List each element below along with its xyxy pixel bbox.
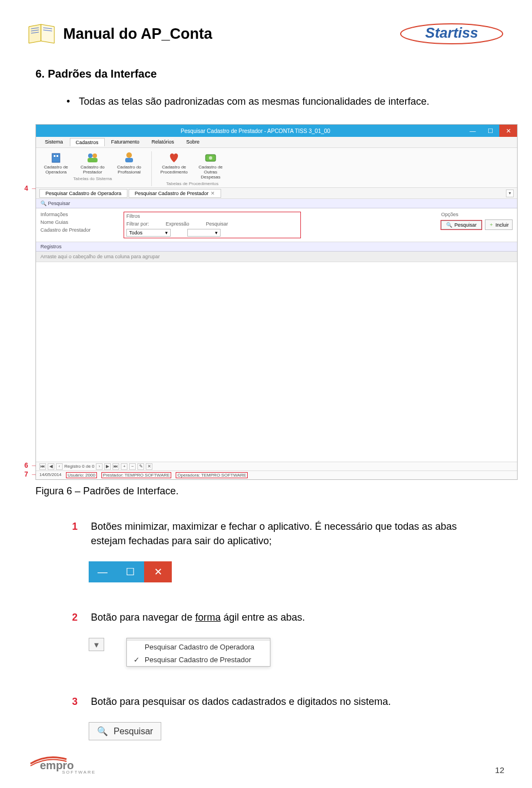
tempro-logo: empro SOFTWARE [28, 753, 111, 775]
pager-prevpage-button[interactable]: ‹ [56, 463, 63, 470]
status-bar: 14/05/2014 Usuário: 2000 Prestador: TEMP… [36, 470, 517, 479]
item-text: Botões minimizar, maximizar e fechar o a… [91, 519, 468, 548]
pesquisar-col-label: Pesquisar [206, 221, 228, 227]
rib-cad-profissional[interactable]: Cadastro do Profissional [114, 151, 145, 175]
close-button[interactable]: ✕ [499, 125, 517, 137]
intro-bullet: • Todas as telas são padronizadas com as… [66, 96, 504, 108]
pager-text: Registro 0 de 0 [64, 464, 94, 469]
status-operadora: Operadora: TEMPRO SOFTWARE [176, 472, 248, 478]
minimize-button[interactable]: — [464, 125, 482, 137]
panel-pesquisar: 🔍 Pesquisar [36, 199, 517, 208]
pager-add-button[interactable]: + [121, 463, 127, 470]
svg-text:Startiss: Startiss [425, 24, 478, 41]
item-text: Botão para pesquisar os dados cadastrado… [91, 694, 391, 709]
list-item-3: 3 Botão para pesquisar os dados cadastra… [72, 694, 504, 709]
menu-cadastros[interactable]: Cadastros [70, 138, 105, 146]
pager-first-button[interactable]: ⏮ [39, 463, 46, 470]
svg-rect-8 [54, 155, 55, 157]
filtros-column: Filtros Filtrar por: Expressão Pesquisar… [124, 212, 301, 238]
opcoes-column: Opções 🔍 Pesquisar ＋ Incluir [441, 212, 513, 230]
close-tab-icon[interactable]: ✕ [211, 191, 215, 196]
list-item-2: 2 Botão para navegar de forma ágil entre… [72, 610, 504, 625]
svg-rect-9 [57, 155, 58, 157]
menu-sistema[interactable]: Sistema [39, 138, 69, 146]
pager-next-button[interactable]: ▶ [104, 463, 111, 470]
status-prestador: Prestador: TEMPRO SOFTWARE [101, 472, 171, 478]
search-icon: 🔍 [97, 726, 108, 736]
plus-icon: ＋ [489, 221, 494, 228]
grid-body [36, 262, 517, 462]
item-text: Botão para navegar de forma ágil entre a… [91, 610, 305, 625]
status-usuario: Usuário: 2000 [66, 472, 97, 478]
item-number: 1 [72, 519, 81, 534]
menu-bar: Sistema Cadastros Faturamento Relatórios… [36, 137, 517, 148]
rib-cad-prestador[interactable]: Cadastro do Prestador [77, 151, 108, 175]
info-column: Informações Nome Guias Cadastro de Prest… [40, 212, 118, 233]
dropdown-item[interactable]: ✓Pesquisar Cadastro de Prestador [127, 653, 270, 666]
section-heading: 6. Padrões da Interface [35, 68, 504, 80]
rib-cad-despesas[interactable]: Cadastro de Outras Despesas [195, 151, 226, 180]
dropdown-menu: Pesquisar Cadastro de Operadora ✓Pesquis… [126, 638, 270, 667]
ribbon-group-label-2: Tabelas de Procedimentos [166, 181, 218, 186]
pesquisar-button[interactable]: 🔍 Pesquisar [441, 221, 482, 229]
info-nome-guias: Nome Guias [40, 219, 118, 225]
filtrar-por-select[interactable]: Todos▾ [126, 229, 171, 237]
info-cad-prestador: Cadastro de Prestador [40, 227, 118, 233]
ribbon-group-label-1: Tabelas do Sistema [73, 176, 112, 181]
doc-tab-operadora[interactable]: Pesquisar Cadastro de Operadora [39, 189, 127, 198]
page-number: 12 [495, 765, 504, 775]
pager-cancel-button[interactable]: ✕ [146, 463, 152, 470]
pager-edit-button[interactable]: ✎ [137, 463, 144, 470]
info-header: Informações [40, 212, 118, 217]
figure-caption: Figura 6 – Padrões de Interface. [35, 485, 504, 497]
tab-dropdown-button[interactable]: ▾ [506, 190, 514, 197]
app-screenshot: Pesquisar Cadastro de Prestador - APCONT… [35, 124, 518, 480]
close-icon: ✕ [144, 561, 172, 582]
menu-relatorios[interactable]: Relatórios [146, 138, 180, 146]
rib-cad-operadora[interactable]: Cadastro de Operadora [40, 151, 71, 175]
list-item-1: 1 Botões minimizar, maximizar e fechar o… [72, 519, 504, 548]
expressao-select[interactable]: ▾ [187, 229, 221, 237]
page-header: Manual do AP_Conta Startiss [28, 22, 504, 45]
check-icon: ✓ [132, 656, 140, 664]
pager-prev-button[interactable]: ◀ [48, 463, 54, 470]
pager-nextpage-button[interactable]: › [96, 463, 103, 470]
chevron-down-icon: ▾ [215, 230, 218, 236]
inset-window-controls: — ☐ ✕ [89, 561, 504, 582]
ribbon: Cadastro de Operadora Cadastro do Presta… [36, 148, 517, 188]
minimize-icon: — [89, 561, 116, 582]
item-number: 3 [72, 694, 81, 709]
menu-sobre[interactable]: Sobre [181, 138, 205, 146]
document-tabstrip: Pesquisar Cadastro de Operadora Pesquisa… [36, 188, 517, 199]
svg-rect-7 [52, 153, 60, 162]
menu-faturamento[interactable]: Faturamento [106, 138, 145, 146]
svg-text:SOFTWARE: SOFTWARE [62, 770, 96, 775]
book-icon [28, 23, 55, 44]
filters-area: Informações Nome Guias Cadastro de Prest… [36, 208, 517, 242]
filtros-header: Filtros [126, 213, 298, 219]
intro-text: Todas as telas são padronizadas com as m… [79, 96, 429, 108]
maximize-icon: ☐ [116, 561, 144, 582]
ribbon-group-sistema: Cadastro de Operadora Cadastro do Presta… [40, 151, 145, 186]
people-icon [85, 151, 100, 163]
pager-last-button[interactable]: ⏭ [112, 463, 119, 470]
startiss-logo: Startiss [399, 22, 504, 45]
person-icon [122, 151, 136, 163]
search-icon: 🔍 [446, 222, 452, 228]
header-left: Manual do AP_Conta [28, 23, 212, 44]
svg-point-13 [126, 152, 132, 158]
status-date: 14/05/2014 [39, 472, 62, 478]
pesquisar-button-sample[interactable]: 🔍 Pesquisar [89, 722, 161, 740]
dropdown-item[interactable]: Pesquisar Cadastro de Operadora [127, 641, 270, 653]
grid-group-hint: Arraste aqui o cabeçalho de uma coluna p… [36, 252, 517, 262]
pager-remove-button[interactable]: − [129, 463, 136, 470]
window-title: Pesquisar Cadastro de Prestador - APCONT… [47, 128, 464, 134]
dropdown-trigger[interactable]: ▾ [89, 638, 104, 651]
maximize-button[interactable]: ☐ [482, 125, 499, 137]
titlebar: Pesquisar Cadastro de Prestador - APCONT… [36, 125, 517, 137]
doc-tab-prestador[interactable]: Pesquisar Cadastro de Prestador✕ [129, 189, 221, 198]
rib-cad-procedimento[interactable]: Cadastro de Procedimento [158, 151, 190, 180]
incluir-button[interactable]: ＋ Incluir [485, 219, 513, 230]
inset-tab-dropdown: ▾ Pesquisar Cadastro de Operadora ✓Pesqu… [89, 638, 504, 667]
filtrar-por-label: Filtrar por: [126, 221, 149, 227]
